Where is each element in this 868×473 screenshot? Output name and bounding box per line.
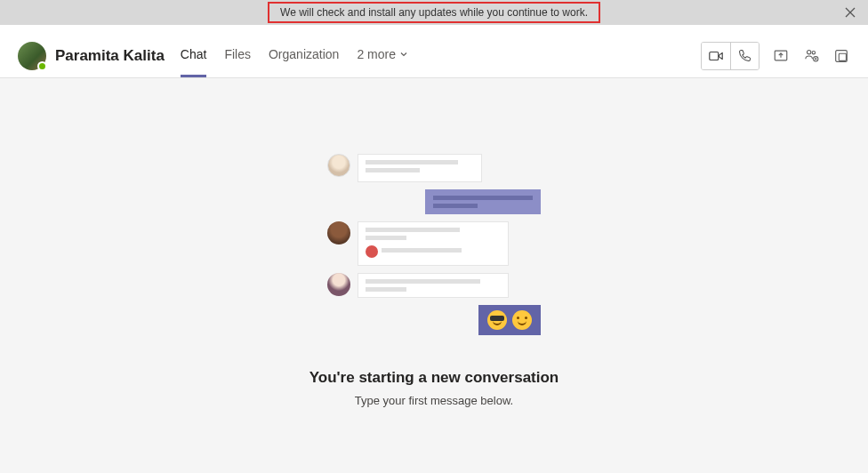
illustration-emoji-bubble — [478, 305, 541, 335]
banner-message: We will check and install any updates wh… — [268, 2, 600, 23]
tab-organization[interactable]: Organization — [269, 34, 339, 77]
conversation-illustration — [327, 154, 541, 342]
svg-point-3 — [812, 51, 815, 53]
illustration-avatar — [327, 221, 350, 245]
empty-subtitle: Type your first message below. — [355, 394, 513, 407]
call-group — [701, 42, 760, 70]
chevron-down-icon — [399, 50, 408, 59]
illustration-avatar — [327, 273, 350, 296]
share-screen-icon — [773, 48, 789, 64]
update-banner: We will check and install any updates wh… — [0, 0, 868, 25]
chat-empty-state: You're starting a new conversation Type … — [0, 78, 868, 473]
pop-out-icon — [833, 48, 849, 64]
tab-files[interactable]: Files — [224, 34, 251, 77]
contact-avatar[interactable] — [18, 42, 46, 70]
pop-out-button[interactable] — [832, 47, 850, 65]
phone-icon — [737, 48, 752, 63]
close-icon[interactable] — [843, 5, 857, 20]
cool-emoji-icon — [487, 310, 507, 330]
chat-header: Paramita Kalita Chat Files Organization … — [0, 25, 868, 78]
illustration-reaction-icon — [366, 245, 378, 258]
add-people-button[interactable] — [802, 47, 820, 65]
share-screen-button[interactable] — [772, 47, 790, 65]
tab-more-label: 2 more — [357, 47, 396, 61]
presence-available-icon — [37, 61, 47, 71]
svg-rect-5 — [836, 50, 848, 61]
svg-rect-0 — [710, 52, 719, 60]
svg-point-2 — [807, 51, 810, 54]
video-icon — [708, 48, 724, 64]
illustration-bubble — [358, 273, 509, 298]
header-tabs: Chat Files Organization 2 more — [181, 34, 408, 77]
illustration-bubble — [425, 189, 541, 214]
contact-name: Paramita Kalita — [55, 47, 165, 65]
illustration-bubble — [358, 221, 509, 266]
tab-chat[interactable]: Chat — [181, 34, 207, 77]
video-call-button[interactable] — [702, 43, 730, 69]
empty-title: You're starting a new conversation — [309, 369, 559, 387]
banner-text: We will check and install any updates wh… — [280, 6, 588, 19]
header-actions — [701, 42, 850, 70]
tab-more[interactable]: 2 more — [357, 34, 408, 77]
audio-call-button[interactable] — [730, 43, 759, 69]
svg-rect-6 — [839, 53, 846, 60]
illustration-bubble — [358, 154, 482, 182]
smile-emoji-icon — [512, 310, 532, 330]
illustration-avatar — [327, 154, 350, 177]
people-add-icon — [803, 47, 820, 64]
